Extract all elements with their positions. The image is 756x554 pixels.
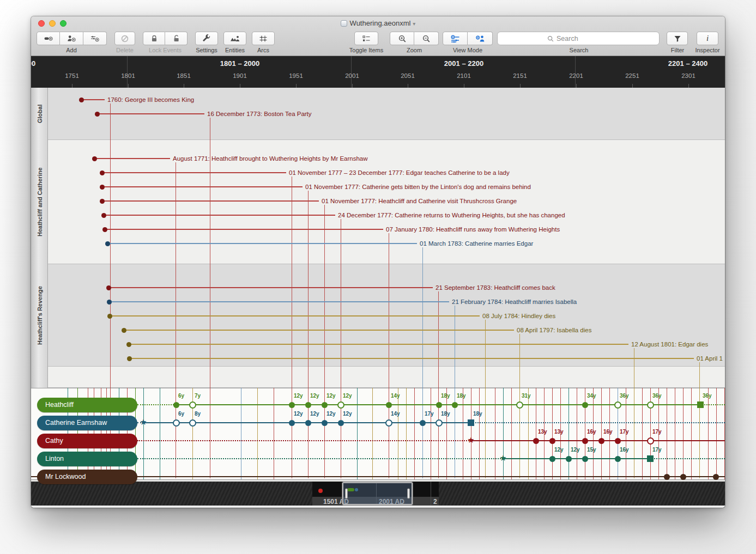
entity-marker-filled[interactable]	[549, 438, 555, 444]
entity-marker-open[interactable]	[647, 437, 654, 445]
entity-marker-open[interactable]	[189, 401, 196, 409]
entity-marker-filled[interactable]	[582, 402, 588, 408]
view-mode-timeline-button[interactable]	[443, 32, 468, 45]
entity-pill[interactable]: Cathy	[37, 434, 137, 448]
entity-pill[interactable]: Catherine Earnshaw	[37, 416, 137, 430]
entity-marker-filled[interactable]	[598, 438, 604, 444]
event-label[interactable]: 08 July 1784: Hindley dies	[482, 313, 555, 319]
unlock-button[interactable]	[165, 32, 188, 45]
event-label[interactable]: 21 February 1784: Heathcliff marries Isa…	[452, 299, 577, 305]
event-label[interactable]: 01 March 1783: Catherine marries Edgar	[420, 240, 533, 247]
entity-marker-filled[interactable]	[549, 456, 555, 462]
add-arc-button[interactable]	[83, 32, 107, 45]
event-label[interactable]: 1760: George III becomes King	[107, 96, 194, 103]
filter-button[interactable]	[667, 32, 688, 45]
event-dot[interactable]	[100, 185, 105, 190]
event-label[interactable]: 07 January 1780: Heathcliff runs away fr…	[386, 226, 560, 233]
entity-pill[interactable]: Linton	[37, 452, 137, 466]
viewport-right-handle[interactable]	[407, 489, 410, 499]
event-dot[interactable]	[127, 356, 132, 361]
entity-marker-death-square[interactable]	[647, 455, 654, 462]
event-label[interactable]: 16 December 1773: Boston Tea Party	[207, 111, 312, 117]
event-dot[interactable]	[105, 241, 110, 246]
entity-marker-filled[interactable]	[664, 474, 670, 480]
add-event-button[interactable]	[37, 32, 60, 45]
entity-marker-filled[interactable]	[322, 402, 328, 408]
timeline-navigator[interactable]: 1501 AD2001 AD2	[31, 482, 725, 506]
entity-marker-filled[interactable]	[305, 402, 311, 408]
entity-marker-filled[interactable]	[386, 402, 392, 408]
event-dot[interactable]	[106, 285, 111, 290]
entity-marker-filled[interactable]	[338, 420, 344, 426]
lock-button[interactable]	[143, 32, 165, 45]
entity-marker-filled[interactable]	[452, 402, 458, 408]
viewport-left-handle[interactable]	[345, 489, 348, 499]
entity-pill[interactable]: Mr Lockwood	[37, 470, 137, 484]
entity-marker-filled[interactable]	[582, 456, 588, 462]
entity-marker-filled[interactable]	[436, 402, 442, 408]
event-label[interactable]: 08 April 1797: Isabella dies	[517, 327, 591, 333]
entity-marker-death-square[interactable]	[468, 419, 474, 426]
toggle-items-button[interactable]	[354, 32, 378, 45]
entity-marker-open[interactable]	[385, 419, 392, 427]
entity-marker-open[interactable]	[647, 401, 654, 409]
event-dot[interactable]	[122, 328, 126, 333]
event-label[interactable]: August 1771: Heathcliff brought to Wuthe…	[173, 155, 368, 162]
event-dot[interactable]	[102, 227, 107, 232]
entity-marker-death-square[interactable]	[697, 401, 704, 408]
entity-marker-open[interactable]	[436, 419, 443, 427]
entity-marker-filled[interactable]	[173, 402, 179, 408]
event-dot[interactable]	[101, 213, 106, 218]
entity-marker-filled[interactable]	[289, 402, 295, 408]
event-dot[interactable]	[79, 98, 84, 102]
grid-vline	[479, 388, 480, 479]
search-field[interactable]	[497, 32, 660, 45]
entity-marker-filled[interactable]	[566, 456, 572, 462]
arcs-button[interactable]	[252, 32, 275, 45]
event-dot[interactable]	[100, 171, 105, 175]
entity-marker-filled[interactable]	[289, 420, 295, 426]
entity-marker-birth-star[interactable]: ★	[139, 418, 148, 427]
entity-pill[interactable]: Heathcliff	[37, 398, 137, 412]
event-label[interactable]: 24 December 1777: Catherine returns to W…	[338, 212, 565, 218]
event-label[interactable]: 01 April 1	[697, 355, 723, 362]
delete-button[interactable]	[114, 32, 135, 45]
event-dot[interactable]	[107, 300, 112, 305]
view-mode-entity-button[interactable]	[468, 32, 493, 45]
event-dot[interactable]	[92, 156, 97, 161]
entity-marker-open[interactable]	[516, 401, 523, 409]
entity-marker-filled[interactable]	[420, 420, 426, 426]
zoom-in-button[interactable]	[390, 32, 414, 45]
search-input[interactable]	[557, 33, 655, 44]
entity-marker-open[interactable]	[173, 419, 180, 427]
entity-marker-filled[interactable]	[615, 456, 621, 462]
entities-button[interactable]	[223, 32, 246, 45]
inspector-button[interactable]: i	[697, 32, 718, 45]
entity-marker-birth-star[interactable]: ★	[499, 454, 507, 462]
entity-marker-filled[interactable]	[713, 474, 719, 480]
event-dot[interactable]	[95, 112, 100, 117]
event-label[interactable]: 21 September 1783: Heathcliff comes back	[436, 284, 555, 291]
entity-marker-filled[interactable]	[615, 438, 621, 444]
entity-marker-filled[interactable]	[582, 438, 588, 444]
event-dot[interactable]	[107, 314, 112, 319]
add-entity-button[interactable]	[60, 32, 83, 45]
event-label[interactable]: 01 November 1777: Catherine gets bitten …	[305, 184, 531, 190]
entity-marker-open[interactable]	[189, 419, 196, 427]
entity-marker-open[interactable]	[614, 401, 621, 409]
entity-marker-filled[interactable]	[305, 420, 311, 426]
entity-marker-filled[interactable]	[322, 420, 328, 426]
entity-marker-filled[interactable]	[533, 438, 539, 444]
event-dot[interactable]	[100, 199, 105, 204]
entity-marker-age-label: 8y	[195, 411, 201, 417]
event-label[interactable]: 12 August 1801: Edgar dies	[631, 341, 708, 348]
navigator-viewport[interactable]	[342, 482, 413, 505]
event-label[interactable]: 01 November 1777 – 23 December 1777: Edg…	[289, 169, 510, 176]
entity-marker-filled[interactable]	[680, 474, 686, 480]
event-dot[interactable]	[126, 342, 131, 347]
zoom-out-button[interactable]	[414, 32, 439, 45]
entity-marker-open[interactable]	[337, 401, 344, 409]
entity-marker-birth-star[interactable]: ★	[467, 436, 475, 445]
settings-button[interactable]	[195, 32, 218, 45]
event-label[interactable]: 01 November 1777: Heathcliff and Catheri…	[322, 198, 517, 204]
